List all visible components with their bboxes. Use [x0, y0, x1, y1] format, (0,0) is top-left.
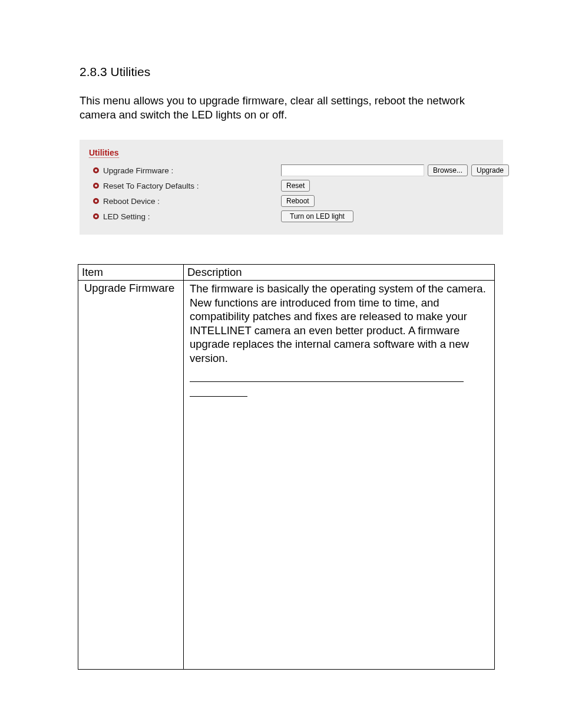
row-upgrade-firmware: Upgrade Firmware : Browse... Upgrade — [87, 163, 496, 178]
table-row: Upgrade Firmware The firmware is basical… — [78, 281, 495, 670]
firmware-file-input[interactable] — [281, 164, 424, 176]
reset-defaults-label: Reset To Factory Defaults : — [103, 182, 199, 190]
redacted-text-block — [190, 381, 491, 397]
table-head-description: Description — [184, 265, 495, 281]
panel-title: Utilities — [89, 148, 119, 158]
row-reset-defaults: Reset To Factory Defaults : Reset — [87, 178, 496, 193]
browse-button[interactable]: Browse... — [428, 164, 468, 176]
svg-point-5 — [95, 200, 97, 202]
reboot-button[interactable]: Reboot — [281, 195, 315, 207]
led-setting-label: LED Setting : — [103, 212, 150, 221]
led-toggle-button[interactable]: Turn on LED light — [281, 210, 353, 222]
upgrade-firmware-description: The firmware is basically the operating … — [190, 282, 491, 365]
svg-point-1 — [95, 169, 97, 172]
gear-icon — [92, 167, 100, 174]
reboot-device-label: Reboot Device : — [103, 197, 160, 206]
table-cell-item: Upgrade Firmware — [78, 281, 184, 670]
gear-icon — [92, 197, 100, 205]
row-led-setting: LED Setting : Turn on LED light — [87, 209, 496, 224]
reset-button[interactable]: Reset — [281, 180, 310, 192]
row-reboot-device: Reboot Device : Reboot — [87, 193, 496, 209]
upgrade-firmware-label: Upgrade Firmware : — [103, 166, 173, 175]
table-head-item: Item — [78, 265, 184, 281]
redacted-line — [190, 381, 464, 382]
svg-point-7 — [95, 215, 97, 218]
section-title: 2.8.3 Utilities — [80, 65, 503, 79]
svg-point-3 — [95, 185, 97, 187]
gear-icon — [92, 182, 100, 189]
upgrade-button[interactable]: Upgrade — [471, 164, 509, 176]
description-table: Item Description Upgrade Firmware The fi… — [78, 264, 495, 670]
utilities-panel: Utilities Upgrade Firmware : Browse... U… — [80, 140, 503, 235]
table-cell-description: The firmware is basically the operating … — [184, 281, 495, 670]
section-intro: This menu allows you to upgrade firmware… — [80, 94, 492, 122]
gear-icon — [92, 213, 100, 220]
